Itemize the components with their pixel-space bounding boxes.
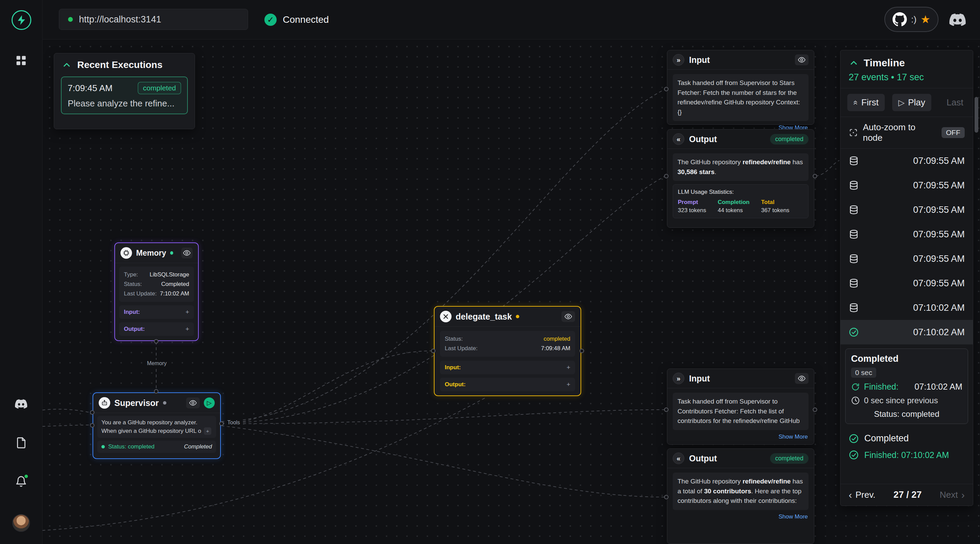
status-dot: [102, 445, 105, 449]
supervisor-status-label: Status: completed: [108, 443, 154, 450]
execution-card[interactable]: 7:09:45 AM completed Please analyze the …: [61, 76, 188, 114]
event-duration-chip: 0 sec: [851, 368, 876, 378]
supervisor-eye-button[interactable]: [186, 398, 200, 408]
memory-input-row[interactable]: Input: +: [119, 305, 194, 319]
expand-plus-icon[interactable]: +: [185, 325, 189, 333]
supervisor-node-title: Supervisor: [115, 398, 159, 408]
memory-event-icon: [849, 180, 859, 190]
port-output2-left[interactable]: [664, 495, 669, 500]
user-avatar[interactable]: [12, 514, 30, 532]
show-more-link[interactable]: Show More: [673, 514, 808, 520]
event-time: 07:09:55 AM: [913, 278, 965, 289]
timeline-event-row[interactable]: 07:09:55 AM: [840, 246, 973, 271]
timeline-event-row-selected[interactable]: 07:10:02 AM: [840, 320, 973, 344]
expand-plus-icon[interactable]: +: [204, 427, 211, 435]
discord-link-icon[interactable]: [950, 11, 966, 29]
port-memory-bottom[interactable]: [154, 339, 159, 344]
body-text: The GitHub repository: [678, 159, 743, 166]
expand-plus-icon[interactable]: +: [185, 308, 189, 316]
scrollbar-thumb[interactable]: [975, 97, 978, 133]
field-label: Type:: [124, 270, 138, 279]
next-label: Next: [940, 490, 958, 500]
memory-output-label: Output:: [124, 326, 145, 333]
port-input1-left[interactable]: [664, 87, 669, 92]
memory-event-icon: [849, 229, 859, 239]
timeline-event-row[interactable]: 07:10:02 AM: [840, 295, 973, 320]
input-eye-button[interactable]: [795, 373, 808, 384]
timeline-event-row[interactable]: 07:09:55 AM: [840, 222, 973, 246]
input-panel-stars[interactable]: » Input Task handed off from Supervisor …: [667, 50, 814, 125]
timeline-pagination: ‹ Prev. 27 / 27 Next ›: [840, 484, 973, 506]
expand-plus-icon[interactable]: +: [566, 381, 570, 388]
timeline-title: Timeline: [864, 57, 905, 69]
stat-label: Completion: [718, 199, 749, 206]
memory-eye-button[interactable]: [181, 247, 192, 259]
app-logo[interactable]: [11, 10, 31, 30]
port-delegate-right[interactable]: [580, 349, 584, 353]
supervisor-status-value: Completed: [184, 443, 212, 450]
delegate-eye-button[interactable]: [562, 311, 575, 322]
supervisor-play-button[interactable]: ▷: [204, 398, 215, 408]
port-supervisor-right[interactable]: [220, 422, 224, 426]
prev-chevron-icon: ‹: [849, 490, 852, 500]
next-event-title-row[interactable]: Completed: [849, 430, 965, 447]
memory-node[interactable]: Memory Type:LibSQLStorage Status:Complet…: [115, 243, 199, 341]
expand-plus-icon[interactable]: +: [566, 364, 570, 371]
output-panel-stars[interactable]: « Output completed The GitHub repository…: [667, 129, 814, 228]
port-delegate-left[interactable]: [431, 349, 436, 353]
input-panel-title: Input: [689, 374, 710, 384]
server-status-dot: [68, 17, 73, 22]
autozoom-state-chip: OFF: [942, 127, 965, 138]
port-supervisor-top[interactable]: [154, 389, 159, 394]
port-supervisor-left-b[interactable]: [90, 423, 95, 428]
edge-label-memory: Memory: [144, 360, 169, 367]
prev-button[interactable]: ‹ Prev.: [849, 490, 875, 500]
star-icon: ★: [920, 14, 930, 25]
finished-value: 07:10:02 AM: [915, 382, 962, 392]
port-output1-right[interactable]: [813, 174, 817, 179]
timeline-controls: « First ▷ Play Last: [840, 89, 973, 117]
apps-grid-icon[interactable]: [14, 54, 28, 67]
timeline-event-row[interactable]: 07:09:55 AM: [840, 173, 973, 198]
input-panel-contributors[interactable]: » Input Task handed off from Supervisor …: [667, 369, 814, 445]
server-url-input[interactable]: http://localhost:3141: [59, 9, 248, 30]
input-eye-button[interactable]: [795, 54, 808, 65]
check-circle-icon: [849, 433, 859, 444]
show-more-link[interactable]: Show More: [673, 433, 808, 440]
timeline-collapse-chevron[interactable]: [849, 58, 859, 68]
timeline-event-row[interactable]: 07:09:55 AM: [840, 149, 973, 173]
delegate-task-node[interactable]: delegate_task Status:completed Last Upda…: [434, 306, 581, 396]
delegate-input-row[interactable]: Input: +: [440, 361, 575, 374]
field-label: Status:: [124, 279, 142, 289]
check-circle-icon: [849, 327, 859, 337]
timeline-event-row[interactable]: 07:09:55 AM: [840, 271, 973, 295]
first-label: First: [861, 97, 878, 108]
port-input2-right[interactable]: [813, 408, 817, 412]
since-previous: 0 sec since previous: [864, 396, 938, 405]
llm-usage-title: LLM Usage Statistics:: [678, 189, 803, 195]
supervisor-node[interactable]: Supervisor ▷ You are a GitHub repository…: [92, 392, 221, 459]
memory-output-row[interactable]: Output: +: [119, 322, 194, 336]
collapse-chevron-icon[interactable]: [62, 60, 72, 70]
timeline-header: Timeline 27 events • 17 sec: [840, 50, 973, 89]
discord-icon[interactable]: [14, 397, 28, 411]
next-button[interactable]: Next ›: [940, 490, 965, 500]
docs-icon[interactable]: [14, 436, 28, 449]
timeline-event-row[interactable]: 07:09:55 AM: [840, 198, 973, 222]
timeline-summary: 27 events • 17 sec: [849, 72, 965, 82]
play-button[interactable]: ▷ Play: [892, 94, 931, 111]
first-button[interactable]: « First: [847, 94, 885, 111]
port-input2-left[interactable]: [664, 408, 669, 412]
autozoom-toggle[interactable]: Auto-zoom to node OFF: [840, 117, 973, 149]
delegate-output-row[interactable]: Output: +: [440, 378, 575, 391]
port-output1-left[interactable]: [664, 174, 669, 179]
event-time: 07:09:55 AM: [913, 229, 965, 240]
connected-check-icon: ✓: [264, 14, 277, 26]
memory-status-dot: [170, 251, 173, 255]
port-supervisor-left-a[interactable]: [90, 411, 95, 415]
event-time: 07:09:55 AM: [913, 254, 965, 264]
output-panel-contributors[interactable]: « Output completed The GitHub repository…: [667, 449, 814, 544]
notifications-bell-icon[interactable]: [14, 475, 28, 488]
github-star-button[interactable]: :) ★: [885, 7, 939, 32]
last-button[interactable]: Last: [944, 94, 966, 111]
